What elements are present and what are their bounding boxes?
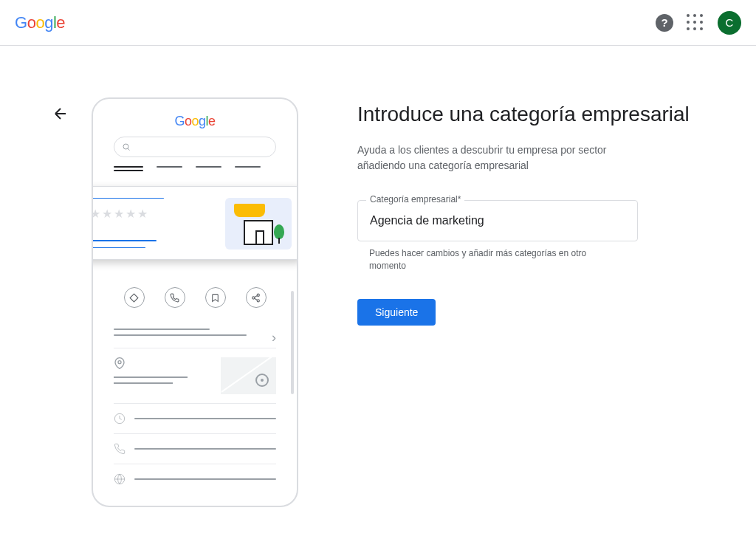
header-actions: ? C [656,11,741,35]
illustration-scrollbar [291,291,294,394]
globe-icon [114,473,126,485]
category-helper-text: Puedes hacer cambios y añadir más catego… [369,247,620,272]
store-icon [225,198,292,250]
avatar[interactable]: C [718,11,741,35]
illustration-tabs [114,166,276,168]
illustration-search-bar [114,137,276,157]
illustration-hours-row [114,404,276,434]
map-icon [221,357,276,394]
clock-icon [114,413,126,424]
phone-illustration: Google ★★★★★ [92,97,298,507]
svg-point-3 [257,299,259,301]
illustration-section: › [114,321,276,348]
apps-icon[interactable] [687,14,704,32]
category-field: Categoría empresarial* [357,200,712,241]
illustration-phone-row [114,434,276,464]
phone-icon [165,287,185,308]
back-arrow-icon[interactable] [52,105,69,123]
share-icon [246,287,267,308]
illustration-action-row [114,287,276,308]
chevron-right-icon: › [272,330,276,345]
form-column: Introduce una categoría empresarial Ayud… [357,97,712,507]
illustration-business-card: ★★★★★ [92,186,298,260]
category-label: Categoría empresarial* [366,194,464,204]
illustration-web-row [114,464,276,494]
header: Google ? C [0,0,756,46]
help-icon[interactable]: ? [656,14,673,32]
next-button[interactable]: Siguiente [357,299,436,326]
bookmark-icon [205,287,226,308]
location-icon [114,357,126,369]
phone-icon [114,443,126,455]
illustration-map-section [114,348,276,404]
illustration-google-logo: Google [174,114,215,129]
stars-icon: ★★★★★ [92,207,216,221]
search-icon [122,142,131,151]
directions-icon [124,287,145,308]
svg-point-2 [252,296,255,298]
page-title: Introduce una categoría empresarial [357,101,712,128]
left-column: Google ★★★★★ [52,97,298,507]
google-logo[interactable]: Google [15,13,65,32]
category-input[interactable] [357,200,638,241]
svg-point-4 [118,361,121,364]
svg-point-1 [257,294,259,296]
page-subtitle: Ayuda a los clientes a descubrir tu empr… [357,142,638,173]
svg-point-0 [123,144,128,149]
main-content: Google ★★★★★ [0,46,756,507]
